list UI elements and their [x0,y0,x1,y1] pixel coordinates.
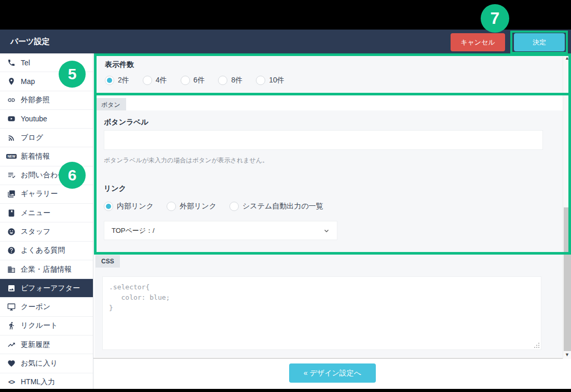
sidebar-item-label: お問い合わせ [21,171,65,180]
scroll-down-arrow-icon[interactable]: ▼ [563,351,571,358]
sidebar-item-label: 新着情報 [21,152,50,161]
sidebar-item-beforeafter[interactable]: ビフォーアフター [0,279,93,298]
link-target-select[interactable]: TOPページ：/ [104,221,337,240]
sidebar-item-news[interactable]: NEW 新着情報 [0,147,93,166]
smiley-icon [7,228,16,236]
display-count-heading: 表示件数 [105,60,563,69]
photo-icon [7,284,16,292]
sidebar-item-contact[interactable]: お問い合わせ [0,166,93,185]
book-icon [7,209,16,217]
radio-icon[interactable] [104,202,113,211]
radio-option-8[interactable]: 8件 [218,76,242,85]
sidebar-item-label: クーポン [21,302,50,312]
radio-option-6[interactable]: 6件 [181,76,205,85]
sidebar-item-favorite[interactable]: お気に入り [0,354,93,373]
building-icon [7,265,16,274]
back-to-design-settings-button[interactable]: « デザイン設定へ [289,363,376,383]
sidebar-item-label: 外部参照 [21,95,50,105]
scrollbar-thumb[interactable] [564,207,571,351]
display-count-radio-group: 2件 4件 6件 8件 10件 [105,76,563,85]
sidebar-item-menu[interactable]: メニュー [0,204,93,222]
new-badge-icon: NEW [7,152,16,161]
sidebar-item-external-link[interactable]: 外部参照 [0,91,93,110]
sidebar-item-blog[interactable]: ブログ [0,129,93,147]
sidebar-item-label: 更新履歴 [21,340,50,349]
question-circle-icon [7,246,16,255]
button-label-input[interactable] [104,130,543,150]
radio-option-2[interactable]: 2件 [105,76,129,85]
settings-scroll-content: 表示件数 2件 4件 6件 8件 [93,53,563,359]
radio-icon[interactable] [167,202,176,211]
sidebar-item-history[interactable]: 更新履歴 [0,335,93,354]
radio-icon[interactable] [105,76,114,85]
sidebar-item-recruit[interactable]: リクルート [0,317,93,335]
person-icon [7,321,16,330]
scroll-up-arrow-icon[interactable]: ▲ [563,54,571,62]
sidebar: Tel Map 外部参照 Youtube ブログ NEW 新着情報 お問い合わせ… [0,53,93,392]
sidebar-item-gallery[interactable]: ギャラリー [0,185,93,204]
cancel-button[interactable]: キャンセル [451,33,505,51]
radio-option-system-output-list[interactable]: システム自動出力の一覧 [229,202,323,211]
sidebar-item-label: 企業・店舗情報 [21,265,72,274]
panel-footer: « デザイン設定へ [93,359,571,389]
display-count-section: 表示件数 2件 4件 6件 8件 [94,56,563,93]
sidebar-item-staff[interactable]: スタッフ [0,222,93,241]
confirm-button[interactable]: 決定 [514,33,565,51]
chart-line-icon [7,341,16,349]
sidebar-item-label: Map [21,77,35,86]
chevron-down-icon [323,228,330,234]
radio-icon[interactable] [229,202,239,211]
sidebar-item-label: リクルート [21,321,58,330]
sidebar-item-map[interactable]: Map [0,72,93,91]
css-section: .selector{ color: blue; } [94,268,563,357]
page-title: パーツ設定 [0,37,50,47]
css-textarea[interactable]: .selector{ color: blue; } [102,276,541,350]
phone-icon [7,59,16,67]
sidebar-item-label: メニュー [21,208,50,218]
sidebar-item-label: Tel [21,59,30,67]
sidebar-item-label: よくある質問 [21,246,65,255]
images-icon [7,190,16,198]
sidebar-item-label: Youtube [21,115,47,123]
map-marker-icon [7,77,16,86]
link-icon [7,96,16,104]
radio-icon[interactable] [256,76,265,85]
bottom-screen-edge [0,389,571,392]
radio-option-external-link[interactable]: 外部リンク [167,202,216,211]
link-heading: リンク [104,184,126,193]
heart-icon [7,359,16,368]
css-code-placeholder: .selector{ color: blue; } [109,282,535,313]
tab-css[interactable]: CSS [96,255,120,268]
sidebar-item-label: お気に入り [21,359,58,368]
tab-button[interactable]: ボタン [96,98,126,112]
sidebar-item-label: ビフォーアフター [21,284,80,293]
browser-chrome-area [0,0,571,30]
sidebar-item-label: ギャラリー [21,189,58,199]
sidebar-item-coupon[interactable]: クーポン [0,298,93,316]
button-label-helper-text: ボタンラベルが未入力の場合はボタンが表示されません。 [104,156,268,165]
list-check-icon [7,171,16,179]
monitor-icon [7,303,16,311]
link-target-selected-value: TOPページ：/ [112,226,155,235]
sidebar-item-label: スタッフ [21,227,50,236]
radio-icon[interactable] [143,76,152,85]
sidebar-item-label: ブログ [21,133,43,143]
link-radio-group: 内部リンク 外部リンク システム自動出力の一覧 [104,202,323,211]
sidebar-item-tel[interactable]: Tel [0,53,93,72]
sidebar-item-company[interactable]: 企業・店舗情報 [0,260,93,279]
radio-option-4[interactable]: 4件 [143,76,167,85]
sidebar-item-label: HTML入力 [21,377,55,387]
rss-icon [7,134,16,142]
vertical-scrollbar[interactable]: ▲ ▼ [563,53,571,359]
youtube-icon [7,115,16,123]
sidebar-item-youtube[interactable]: Youtube [0,110,93,129]
radio-icon[interactable] [218,76,227,85]
button-label-heading: ボタンラベル [104,118,563,127]
radio-option-internal-link[interactable]: 内部リンク [104,202,154,211]
code-icon: <> [7,378,16,386]
textarea-resize-handle[interactable] [535,343,539,348]
sidebar-item-faq[interactable]: よくある質問 [0,242,93,260]
radio-icon[interactable] [181,76,190,85]
settings-panel: 表示件数 2件 4件 6件 8件 [93,53,571,359]
radio-option-10[interactable]: 10件 [256,76,284,85]
